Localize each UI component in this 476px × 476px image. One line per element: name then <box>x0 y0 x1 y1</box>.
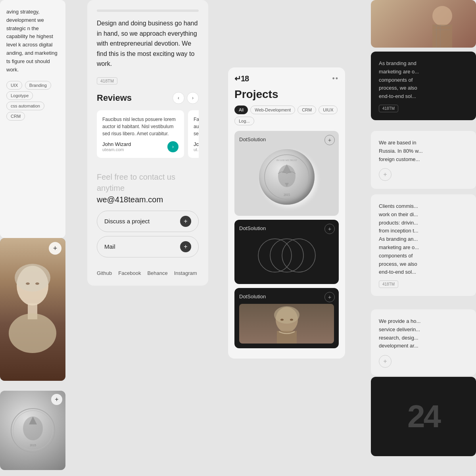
svg-text:2015: 2015 <box>284 193 290 197</box>
review-author-info-1: John Wizard uteam.com <box>102 141 131 152</box>
filter-all[interactable]: All <box>234 106 248 114</box>
projects-card: ↵18 •• Projects All Web-Development CRM … <box>228 67 345 359</box>
review-card-2: Fa...au...se... Jc... ut... <box>188 110 199 158</box>
projects-title: Projects <box>234 88 339 101</box>
reviews-header: Reviews ‹ › <box>97 92 199 104</box>
review-author-name-1: John Wizard <box>102 141 131 147</box>
reviews-nav: ‹ › <box>173 92 199 104</box>
project-card-3: DotSolution + <box>234 288 339 348</box>
project-card-2: DotSolution + <box>234 220 339 284</box>
bottom-left-card: 2015 + <box>0 391 65 470</box>
discuss-project-label: Discuss a project <box>104 218 150 225</box>
discuss-project-button[interactable]: Discuss a project + <box>97 211 199 232</box>
right-russia-card: We are based inRussia. In 80% w...foreig… <box>371 131 476 189</box>
main-badge-area: 418TM <box>97 77 199 84</box>
projects-logo-row: ↵18 •• <box>234 74 339 83</box>
plus-icon: + <box>53 244 58 253</box>
right-holistic-card: We provide a ho...service deliverin...re… <box>371 309 476 376</box>
filter-web-dev[interactable]: Web-Development <box>250 106 295 114</box>
project-3-plus-button[interactable]: + <box>324 292 335 302</box>
filter-log[interactable]: Log... <box>234 117 254 125</box>
right-clients-badge: 418TM <box>379 280 398 288</box>
canvas: aving strategy, development we strategic… <box>0 0 476 476</box>
review-author-name-2: Jc... <box>194 141 199 147</box>
painting-plus-button[interactable]: + <box>49 242 61 255</box>
review-link-button-1[interactable]: › <box>167 141 178 152</box>
contact-section: Feel free to contact us anytime we@418te… <box>97 171 199 257</box>
footer-behance[interactable]: Behance <box>147 270 167 276</box>
review-author-1: John Wizard uteam.com › <box>102 141 178 152</box>
project-2-title: DotSolution <box>239 225 266 231</box>
review-author-2: Jc... ut... <box>194 141 199 152</box>
arrow-right-icon: › <box>192 95 194 101</box>
svg-text:IN GOD WE TRUST: IN GOD WE TRUST <box>276 159 297 161</box>
tag-logotype[interactable]: Logotype <box>6 91 33 100</box>
project-card-1: DotSolution + 2015 IN GOD WE TRU <box>234 131 339 216</box>
left-tags: UIX Branding Logotype css automation CRM <box>6 80 59 121</box>
tag-css[interactable]: css automation <box>6 102 44 110</box>
reviews-prev-button[interactable]: ‹ <box>173 92 184 104</box>
reviews-next-button[interactable]: › <box>187 92 199 104</box>
mail-label: Mail <box>104 243 115 250</box>
svg-point-4 <box>26 282 30 285</box>
right-russia-plus[interactable]: + <box>379 168 392 181</box>
reviews-container: Faucibus nisl lectus posuere lorem aucto… <box>97 110 199 162</box>
projects-logo: ↵18 <box>234 74 249 83</box>
project-1-coin: 2015 IN GOD WE TRUST <box>259 149 315 205</box>
painting-card: + <box>0 238 65 381</box>
svg-point-22 <box>274 306 299 324</box>
project-1-title: DotSolution <box>239 136 266 142</box>
tag-crm[interactable]: CRM <box>6 112 25 121</box>
projects-dots: •• <box>332 75 339 83</box>
discuss-plus-icon: + <box>180 216 191 227</box>
footer-links: Github Facebook Behance Instagram <box>97 264 199 276</box>
footer-facebook[interactable]: Facebook <box>118 270 141 276</box>
right-holistic-text: We provide a ho...service deliverin...re… <box>379 317 468 350</box>
main-badge: 418TM <box>97 77 117 84</box>
main-left-card: Design and doing business go hand in han… <box>87 0 208 286</box>
svg-point-23 <box>280 319 284 321</box>
arrow-left-icon: ‹ <box>178 95 179 101</box>
right-number-text: 24 <box>407 398 440 435</box>
review-text-2: Fa...au...se... <box>194 116 199 137</box>
filter-uiux[interactable]: UIUX <box>319 106 338 114</box>
svg-point-5 <box>35 282 39 285</box>
project-3-title: DotSolution <box>239 294 266 299</box>
left-text-body: aving strategy, development we strategic… <box>6 8 59 74</box>
footer-github[interactable]: Github <box>97 270 112 276</box>
review-text-1: Faucibus nisl lectus posuere lorem aucto… <box>102 116 178 137</box>
right-number-card: 24 <box>371 377 476 456</box>
review-author-source-1: uteam.com <box>102 147 131 152</box>
filter-tabs: All Web-Development CRM UIUX Log... <box>234 106 339 125</box>
contact-email: we@418team.com <box>97 195 199 204</box>
filter-crm[interactable]: CRM <box>298 106 316 114</box>
right-russia-text: We are based inRussia. In 80% w...foreig… <box>379 139 468 163</box>
review-card-1: Faucibus nisl lectus posuere lorem aucto… <box>97 110 184 158</box>
bottom-left-plus-button[interactable]: + <box>51 394 62 405</box>
footer-instagram[interactable]: Instagram <box>174 270 197 276</box>
svg-rect-26 <box>432 25 452 48</box>
top-divider <box>97 10 199 12</box>
svg-point-24 <box>290 319 293 321</box>
tag-uix[interactable]: UIX <box>6 81 22 90</box>
mail-button[interactable]: Mail + <box>97 236 199 257</box>
right-dark-card: As branding andmarketing are o...compone… <box>371 52 476 120</box>
left-text-card: aving strategy, development we strategic… <box>0 0 65 238</box>
project-2-circles <box>239 232 334 279</box>
right-holistic-plus[interactable]: + <box>379 355 392 368</box>
mail-plus-icon: + <box>180 241 191 252</box>
right-clients-text: Clients commis...work on their di...prod… <box>379 202 468 276</box>
tagline-text: Design and doing business go hand in han… <box>97 18 199 69</box>
review-author-source-2: ut... <box>194 147 199 152</box>
svg-point-2 <box>9 313 56 353</box>
svg-point-25 <box>432 6 452 26</box>
review-arrow-icon-1: › <box>172 144 174 150</box>
right-dark-text: As branding andmarketing are o...compone… <box>379 60 468 101</box>
tag-branding[interactable]: Branding <box>25 81 51 90</box>
right-dark-badge: 418TM <box>379 105 398 112</box>
right-photo-card <box>371 0 476 48</box>
project-3-portrait <box>239 304 334 344</box>
project-1-plus-button[interactable]: + <box>324 135 335 145</box>
svg-point-3 <box>15 264 50 292</box>
svg-rect-21 <box>277 331 297 344</box>
